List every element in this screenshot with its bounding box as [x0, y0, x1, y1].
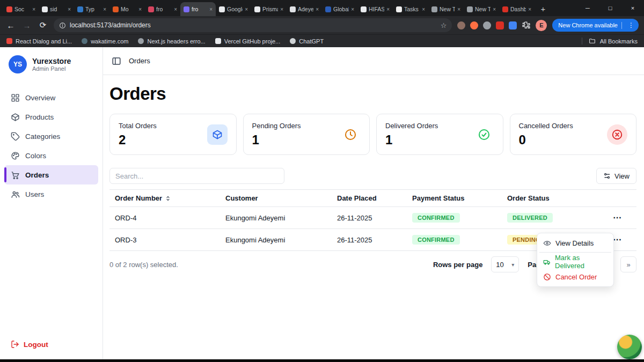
browser-tab[interactable]: Tasks× [393, 2, 428, 16]
logout-button[interactable]: Logout [0, 340, 103, 359]
forward-icon[interactable]: → [21, 21, 32, 30]
maximize-button[interactable]: □ [599, 0, 621, 16]
browser-menu-icon[interactable]: ⋮ [626, 21, 636, 29]
tab-close-icon[interactable]: × [68, 6, 71, 12]
bookmark-item[interactable]: ChatGPT [290, 38, 324, 45]
menu-item-mark-delivered[interactable]: Mark as Delivered [539, 254, 611, 269]
sidebar-item-label: Users [25, 190, 44, 198]
tab-close-icon[interactable]: × [528, 6, 531, 12]
all-bookmarks-button[interactable]: All Bookmarks [582, 38, 638, 45]
order-status-badge: DELIVERED [507, 213, 553, 223]
sidebar-item-users[interactable]: Users [4, 184, 98, 204]
browser-tab[interactable]: New Ta× [428, 2, 464, 16]
tab-close-icon[interactable]: × [351, 6, 354, 12]
sidebar-item-overview[interactable]: Overview [4, 88, 98, 107]
row-context-menu: View Details Mark as Delivered Cancel Or… [537, 233, 614, 287]
tab-favicon-icon [396, 6, 402, 12]
new-chrome-available-button[interactable]: New Chrome available ⋮ [552, 19, 639, 32]
browser-tab-active[interactable]: fro× [180, 2, 216, 16]
reload-icon[interactable]: ⟳ [38, 20, 48, 30]
site-info-icon[interactable] [59, 22, 66, 29]
tab-label: Soc [14, 6, 30, 12]
browser-toolbar: ← → ⟳ localhost:5173/admin/orders ☆ E Ne… [0, 16, 644, 34]
menu-item-view-details[interactable]: View Details [539, 235, 611, 250]
tab-label: fro [156, 6, 172, 12]
profile-avatar[interactable]: E [536, 20, 547, 31]
brand: YS Yurexstore Admin Panel [0, 47, 103, 81]
tab-close-icon[interactable]: × [138, 6, 142, 12]
extension-icon[interactable] [509, 21, 517, 29]
breadcrumb: Orders [129, 57, 150, 65]
bookmark-item[interactable]: wakatime.com [82, 38, 128, 45]
browser-tab[interactable]: sid× [39, 2, 74, 16]
bookmark-item[interactable]: Vercel GitHub proje... [215, 38, 281, 45]
extension-icon[interactable] [483, 21, 491, 29]
brand-subtitle: Admin Panel [32, 65, 71, 72]
minimize-button[interactable]: ─ [576, 0, 599, 16]
browser-tab[interactable]: Typ× [74, 2, 109, 16]
cell-customer: Ekungomi Adeyemi [220, 229, 332, 251]
column-header-order-number[interactable]: Order Number [109, 190, 220, 207]
browser-tab[interactable]: Mo× [109, 2, 145, 16]
browser-tab[interactable]: Global× [322, 2, 357, 16]
extensions-puzzle-icon[interactable] [522, 21, 531, 30]
browser-tab[interactable]: Dashb× [499, 2, 535, 16]
bookmark-item[interactable]: Next.js headers erro... [138, 38, 205, 45]
tab-strip: Soc× sid× Typ× Mo× fro× fro× Google× Pri… [0, 0, 644, 16]
tab-close-icon[interactable]: × [245, 6, 248, 12]
sidebar-toggle-icon[interactable] [112, 56, 121, 66]
sidebar-item-orders[interactable]: Orders [4, 165, 98, 184]
tab-favicon-icon [148, 6, 154, 12]
column-header-date-placed: Date Placed [332, 190, 407, 207]
rows-selected-text: 0 of 2 row(s) selected. [109, 261, 178, 269]
rows-per-page-select[interactable]: 10 ▾ [491, 256, 519, 272]
row-actions-button[interactable]: ⋯ [610, 212, 625, 223]
tab-close-icon[interactable]: × [316, 6, 319, 12]
bookmark-item[interactable]: React Dialog and Li... [6, 38, 72, 45]
browser-tab[interactable]: Soc× [3, 2, 39, 16]
sidebar-item-label: Categories [25, 132, 60, 141]
search-input[interactable] [109, 168, 284, 184]
floating-profile-avatar[interactable] [617, 335, 642, 359]
browser-tab[interactable]: New Ta× [464, 2, 499, 16]
tab-close-icon[interactable]: × [457, 6, 460, 12]
extension-icon[interactable] [496, 21, 504, 29]
sidebar-item-categories[interactable]: Categories [4, 127, 98, 146]
view-button[interactable]: View [596, 168, 636, 184]
tab-label: HIFASH [369, 6, 384, 12]
update-label: New Chrome available [558, 22, 618, 28]
sort-icon[interactable] [165, 195, 171, 202]
browser-tab[interactable]: Google× [216, 2, 251, 16]
tab-close-icon[interactable]: × [422, 6, 425, 12]
tab-close-icon[interactable]: × [280, 6, 283, 12]
extension-icon[interactable] [470, 21, 478, 29]
cell-date-placed: 26-11-2025 [332, 229, 407, 251]
tab-close-icon[interactable]: × [174, 6, 177, 12]
tab-close-icon[interactable]: × [32, 6, 35, 12]
browser-tab[interactable]: Prisma× [251, 2, 287, 16]
sidebar-item-products[interactable]: Products [4, 107, 98, 127]
tab-close-icon[interactable]: × [493, 6, 496, 12]
browser-tab[interactable]: HIFASH× [357, 2, 393, 16]
back-icon[interactable]: ← [5, 21, 16, 30]
tab-label: sid [50, 6, 65, 12]
browser-tab[interactable]: fro× [145, 2, 180, 16]
extension-icon[interactable] [457, 21, 465, 29]
tab-close-icon[interactable]: × [209, 6, 213, 12]
address-bar[interactable]: localhost:5173/admin/orders ☆ [54, 18, 452, 32]
sidebar-item-colors[interactable]: Colors [4, 146, 98, 165]
payment-status-badge: CONFIRMED [412, 213, 460, 223]
menu-item-cancel-order[interactable]: Cancel Order [539, 269, 611, 284]
bookmark-star-icon[interactable]: ☆ [441, 21, 447, 29]
tab-close-icon[interactable]: × [103, 6, 106, 12]
browser-tab[interactable]: Adeye× [287, 2, 322, 16]
last-page-button[interactable]: » [620, 256, 636, 272]
tab-favicon-icon [42, 6, 48, 12]
close-button[interactable]: × [621, 0, 644, 16]
rows-per-page-value: 10 [496, 261, 503, 269]
tab-label: Mo [121, 6, 136, 12]
sidebar: YS Yurexstore Admin Panel Overview Produ… [0, 47, 103, 359]
stat-label: Cancelled Orders [519, 122, 573, 130]
tab-close-icon[interactable]: × [386, 6, 390, 12]
new-tab-button[interactable]: + [537, 2, 550, 15]
